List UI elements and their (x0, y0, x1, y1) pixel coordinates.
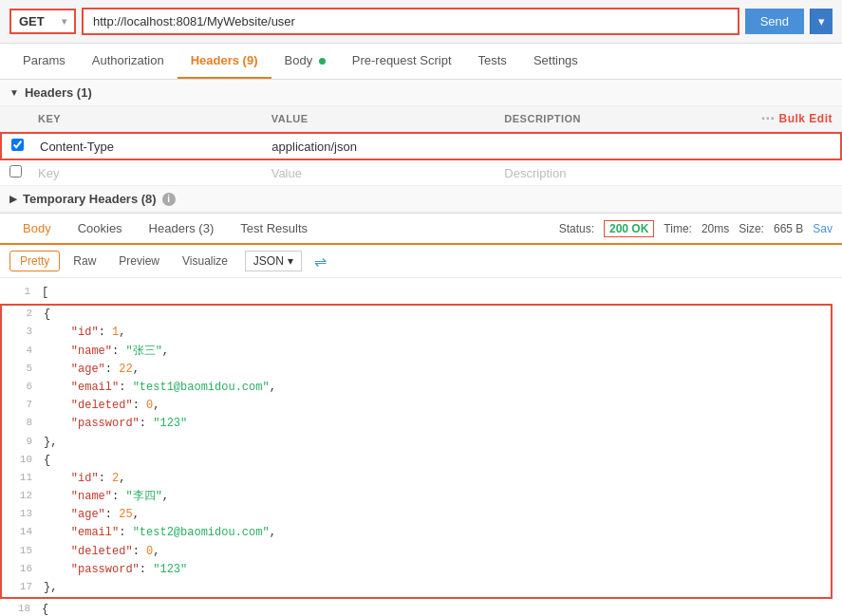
value-col-header: VALUE (271, 113, 505, 124)
size-label: Size: (739, 222, 764, 235)
headers-section: ▼ Headers (1) KEY VALUE DESCRIPTION ··· … (0, 80, 842, 214)
tab-settings[interactable]: Settings (520, 44, 591, 79)
tab-body[interactable]: Body (271, 44, 339, 79)
wrap-icon[interactable]: ⇌ (311, 252, 330, 271)
code-line-3: 3 "id": 1, (2, 324, 831, 342)
time-label: Time: (664, 222, 692, 235)
code-area: 1 [ 2 { 3 "id": 1, 4 "name": "张三", 5 "ag… (0, 278, 842, 616)
code-line-8: 8 "password": "123" (2, 415, 831, 433)
code-line-12: 12 "name": "李四", (2, 488, 831, 506)
resp-tab-body[interactable]: Body (9, 214, 65, 245)
code-line-2: 2 { (2, 306, 831, 324)
send-button[interactable]: Send (745, 9, 804, 34)
raw-btn[interactable]: Raw (64, 252, 105, 271)
code-line-13: 13 "age": 25, (2, 506, 831, 524)
actions-col-header: ··· Bulk Edit (738, 110, 833, 127)
tab-params[interactable]: Params (9, 44, 79, 79)
code-line-1: 1 [ (0, 284, 842, 302)
row-checkbox[interactable] (11, 139, 24, 151)
tab-prerequest[interactable]: Pre-request Script (339, 44, 465, 79)
header-placeholder-row: Key Value Description (0, 160, 842, 186)
info-icon[interactable]: i (162, 193, 176, 206)
temp-headers-row[interactable]: ▶ Temporary Headers (8) i (0, 186, 842, 213)
code-line-16: 16 "password": "123" (2, 561, 831, 579)
json-format-label: JSON (253, 254, 284, 268)
status-value: 200 OK (604, 220, 654, 237)
code-line-9: 9 }, (2, 434, 831, 452)
time-value: 20ms (702, 222, 729, 235)
visualize-btn[interactable]: Visualize (173, 252, 237, 271)
code-line-15: 15 "deleted": 0, (2, 543, 831, 561)
resp-tab-test-results[interactable]: Test Results (227, 214, 321, 245)
json-format-arrow: ▾ (288, 254, 293, 268)
preview-btn[interactable]: Preview (109, 252, 169, 271)
code-line-6: 6 "email": "test1@baomidou.com", (2, 379, 831, 397)
status-label: Status: (559, 222, 594, 235)
code-line-17: 17 }, (2, 579, 831, 597)
header-row-0: Content-Type application/json (0, 132, 842, 160)
code-line-14: 14 "email": "test2@baomidou.com", (2, 524, 831, 542)
code-highlight-box: 2 { 3 "id": 1, 4 "name": "张三", 5 "age": … (0, 304, 833, 599)
body-dot (319, 58, 326, 65)
method-select[interactable]: GET ▾ (9, 9, 76, 34)
placeholder-check[interactable] (9, 165, 38, 180)
method-label: GET (19, 14, 45, 28)
dots-icon: ··· (761, 110, 776, 127)
headers-section-title: Headers (1) (25, 85, 92, 100)
url-input[interactable] (82, 8, 739, 35)
row-checkbox-col[interactable] (11, 139, 40, 154)
headers-section-header[interactable]: ▼ Headers (1) (0, 80, 842, 106)
bulk-edit-link[interactable]: Bulk Edit (779, 112, 833, 125)
response-meta: Status: 200 OK Time: 20ms Size: 665 B Sa… (559, 220, 833, 237)
table-header-row: KEY VALUE DESCRIPTION ··· Bulk Edit (0, 106, 842, 132)
desc-col-header: DESCRIPTION (504, 113, 738, 124)
code-line-11: 11 "id": 2, (2, 470, 831, 488)
key-value: Content-Type (40, 140, 114, 154)
resp-tab-cookies[interactable]: Cookies (65, 214, 136, 245)
placeholder-desc[interactable]: Description (504, 166, 738, 180)
code-line-4: 4 "name": "张三", (2, 343, 831, 361)
save-link[interactable]: Sav (813, 222, 833, 235)
row-value-cell: application/json (271, 140, 503, 154)
headers-arrow: ▼ (9, 87, 19, 98)
code-line-10: 10 { (2, 452, 831, 470)
placeholder-value[interactable]: Value (271, 166, 505, 180)
tab-authorization[interactable]: Authorization (79, 44, 178, 79)
format-bar: Pretty Raw Preview Visualize JSON ▾ ⇌ (0, 245, 842, 278)
row-key-cell: Content-Type (40, 140, 271, 154)
method-arrow: ▾ (62, 16, 66, 27)
placeholder-checkbox[interactable] (9, 165, 22, 177)
temp-headers-title: Temporary Headers (8) (23, 192, 157, 206)
code-line-5: 5 "age": 22, (2, 361, 831, 379)
code-line-18: 18 { (0, 601, 842, 616)
code-line-7: 7 "deleted": 0, (2, 397, 831, 415)
top-bar: GET ▾ Send ▾ (0, 0, 842, 44)
value-value: application/json (271, 140, 357, 154)
tab-headers[interactable]: Headers (9) (178, 44, 271, 79)
temp-arrow: ▶ (9, 194, 17, 204)
send-button-arrow[interactable]: ▾ (810, 9, 833, 34)
resp-tab-headers[interactable]: Headers (3) (136, 214, 228, 245)
size-value: 665 B (774, 222, 803, 235)
response-tabs-bar: Body Cookies Headers (3) Test Results St… (0, 214, 842, 245)
request-tabs-bar: Params Authorization Headers (9) Body Pr… (0, 44, 842, 80)
placeholder-key[interactable]: Key (38, 166, 271, 180)
json-format-select[interactable]: JSON ▾ (245, 251, 302, 271)
pretty-btn[interactable]: Pretty (9, 251, 60, 271)
tab-tests[interactable]: Tests (465, 44, 520, 79)
key-col-header: KEY (38, 113, 271, 124)
response-section: Body Cookies Headers (3) Test Results St… (0, 214, 842, 616)
